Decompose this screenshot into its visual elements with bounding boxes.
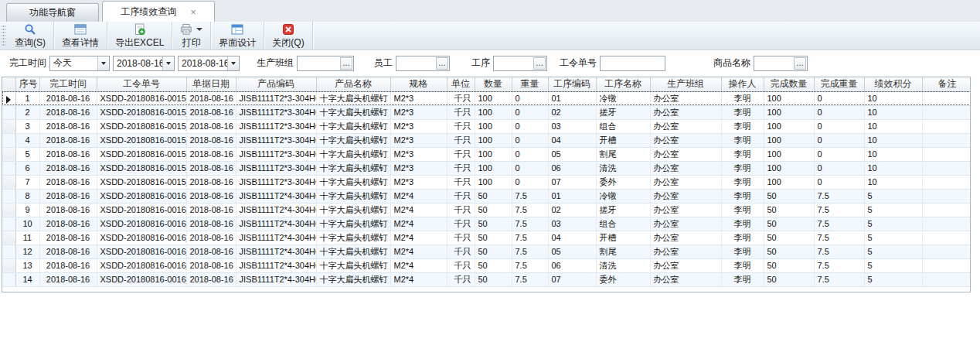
date-from-combobox[interactable]: 2018-08-16: [113, 56, 175, 71]
process-input[interactable]: [494, 57, 533, 70]
table-row[interactable]: 52018-08-16XSDD-20180816-0015_12018-08-1…: [2, 147, 971, 161]
chevron-down-icon[interactable]: [227, 56, 239, 70]
completion-time-combobox[interactable]: 今天: [49, 56, 110, 71]
row-indicator-cell[interactable]: [2, 231, 15, 245]
cell: JISB1111T2*3-304HC: [236, 119, 316, 133]
work-order-input[interactable]: [600, 56, 665, 71]
row-indicator-cell[interactable]: [2, 272, 15, 286]
table-row[interactable]: 12018-08-16XSDD-20180816-0015_12018-08-1…: [2, 91, 971, 105]
process-lookup-button[interactable]: …: [533, 57, 546, 70]
table-row[interactable]: 92018-08-16XSDD-20180816-0016_12018-08-1…: [2, 203, 971, 217]
row-indicator-cell[interactable]: [2, 91, 15, 105]
table-row[interactable]: 32018-08-16XSDD-20180816-0015_12018-08-1…: [2, 119, 971, 133]
chevron-down-icon[interactable]: [162, 56, 174, 70]
cell: 50: [764, 245, 814, 258]
column-header[interactable]: 序号: [15, 77, 39, 91]
export-excel-button[interactable]: 导出EXCEL: [107, 22, 172, 50]
table-row[interactable]: 22018-08-16XSDD-20180816-0015_12018-08-1…: [2, 105, 971, 119]
column-header[interactable]: 工令单号: [97, 77, 186, 91]
product-name-lookup-button[interactable]: …: [794, 57, 806, 70]
cell: 4: [15, 133, 39, 147]
column-header[interactable]: 绩效积分: [864, 77, 922, 91]
ui-design-button[interactable]: 界面设计: [211, 22, 264, 50]
tab-close-icon[interactable]: ×: [190, 7, 196, 17]
row-indicator-cell[interactable]: [2, 161, 15, 175]
column-header[interactable]: 完成重量: [814, 77, 864, 91]
row-indicator-cell[interactable]: [2, 119, 15, 133]
table-row[interactable]: 102018-08-16XSDD-20180816-0016_12018-08-…: [2, 217, 971, 231]
row-indicator-cell[interactable]: [2, 105, 15, 119]
employee-lookup-button[interactable]: …: [436, 57, 448, 70]
column-header[interactable]: 产品名称: [316, 77, 390, 91]
column-header[interactable]: 操作人: [721, 77, 764, 91]
cell: 7.5: [512, 189, 548, 203]
date-to-combobox[interactable]: 2018-08-16: [178, 56, 240, 71]
cell: [922, 147, 971, 161]
row-indicator-cell[interactable]: [2, 133, 15, 147]
query-button[interactable]: 查询(S): [7, 22, 54, 50]
cell: JISB1111T2*4-304HC: [236, 231, 316, 245]
tab-function-navigation[interactable]: 功能导航窗: [6, 3, 99, 22]
column-header[interactable]: 数量: [475, 77, 512, 91]
cell: 办公室: [650, 175, 721, 189]
tab-process-performance-query[interactable]: 工序绩效查询 ×: [102, 1, 215, 22]
table-row[interactable]: 112018-08-16XSDD-20180816-0016_12018-08-…: [2, 231, 971, 245]
table-row[interactable]: 42018-08-16XSDD-20180816-0015_12018-08-1…: [2, 133, 971, 147]
button-label: 查看详情: [62, 36, 99, 50]
column-header[interactable]: 重量: [512, 77, 548, 91]
app-window: 功能导航窗 工序绩效查询 × 查询(S) 查看详情 导出EXCEL: [0, 0, 980, 342]
cell: 13: [15, 258, 39, 272]
column-header[interactable]: 备注: [922, 77, 971, 91]
close-button[interactable]: 关闭(Q): [264, 22, 312, 50]
team-input[interactable]: [298, 57, 340, 70]
table-row[interactable]: 132018-08-16XSDD-20180816-0016_12018-08-…: [2, 258, 971, 272]
product-name-input[interactable]: [754, 57, 794, 70]
column-header[interactable]: 生产班组: [650, 77, 721, 91]
table-row[interactable]: 62018-08-16XSDD-20180816-0015_12018-08-1…: [2, 161, 971, 175]
table-row[interactable]: 122018-08-16XSDD-20180816-0016_12018-08-…: [2, 245, 971, 258]
column-header[interactable]: 工序名称: [596, 77, 650, 91]
cell: 2018-08-16: [186, 161, 236, 175]
employee-input[interactable]: [396, 57, 436, 70]
cell: 委外: [596, 272, 650, 286]
row-indicator-cell[interactable]: [2, 217, 15, 231]
cell: 100: [475, 161, 512, 175]
print-dropdown-arrow-icon[interactable]: [196, 28, 202, 31]
cell: 10: [864, 147, 922, 161]
row-indicator-cell[interactable]: [2, 175, 15, 189]
chevron-down-icon[interactable]: [97, 56, 109, 70]
cell: 2018-08-16: [186, 147, 236, 161]
table-row[interactable]: 72018-08-16XSDD-20180816-0015_12018-08-1…: [2, 175, 971, 189]
row-indicator-cell[interactable]: [2, 189, 15, 203]
row-indicator-cell[interactable]: [2, 203, 15, 217]
table-row[interactable]: 82018-08-16XSDD-20180816-0016_12018-08-1…: [2, 189, 971, 203]
cell: 千只: [447, 231, 475, 245]
column-header[interactable]: 工序编码: [548, 77, 596, 91]
column-header[interactable]: 规格: [390, 77, 447, 91]
row-indicator-cell[interactable]: [2, 245, 15, 258]
cell: 100: [475, 175, 512, 189]
cell: 办公室: [650, 91, 721, 105]
cell: 十字大扁头机螺钉: [316, 91, 390, 105]
cell: 李明: [721, 272, 764, 286]
cell: 2018-08-16: [186, 105, 236, 119]
cell: M2*4: [390, 203, 447, 217]
column-header[interactable]: 单位: [447, 77, 475, 91]
toolbar-grip[interactable]: [1, 25, 6, 46]
cell: 01: [548, 91, 596, 105]
column-header[interactable]: 完成数量: [764, 77, 814, 91]
results-table: 序号完工时间工令单号单据日期产品编码产品名称规格单位数量重量工序编码工序名称生产…: [2, 77, 971, 287]
cell: 2018-08-16: [39, 175, 97, 189]
row-indicator-cell[interactable]: [2, 147, 15, 161]
cell: 割尾: [596, 147, 650, 161]
cell: 5: [864, 272, 922, 286]
column-header[interactable]: 单据日期: [186, 77, 236, 91]
column-header[interactable]: 完工时间: [39, 77, 97, 91]
table-row[interactable]: 142018-08-16XSDD-20180816-0016_12018-08-…: [2, 272, 971, 286]
print-button[interactable]: 打印: [172, 22, 211, 50]
view-details-button[interactable]: 查看详情: [54, 22, 107, 50]
filter-bar: 完工时间 今天 2018-08-16 2018-08-16 生产班组 … 员工 …: [0, 50, 980, 76]
column-header[interactable]: 产品编码: [236, 77, 316, 91]
team-lookup-button[interactable]: …: [340, 57, 352, 70]
row-indicator-cell[interactable]: [2, 258, 15, 272]
